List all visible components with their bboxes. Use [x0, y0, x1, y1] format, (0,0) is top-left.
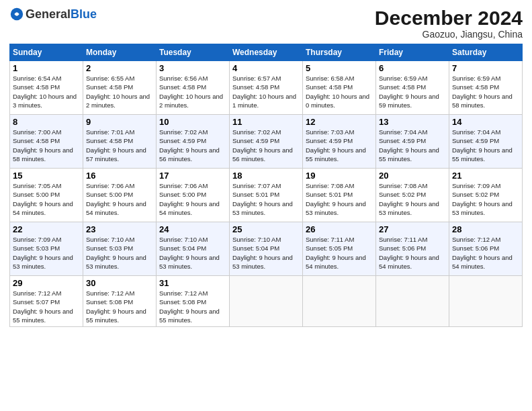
day-number: 11 — [232, 117, 300, 127]
calendar-cell: 21 Sunrise: 7:09 AMSunset: 5:02 PMDaylig… — [449, 169, 523, 222]
calendar-cell: 7 Sunrise: 6:59 AMSunset: 4:58 PMDayligh… — [449, 61, 523, 115]
day-number: 2 — [86, 63, 153, 73]
day-info: Sunrise: 7:08 AMSunset: 5:02 PMDaylight:… — [379, 182, 439, 216]
day-number: 5 — [306, 63, 373, 73]
weekday-header-thursday: Thursday — [303, 44, 376, 61]
logo: GeneralBlue — [9, 7, 97, 21]
calendar-cell: 5 Sunrise: 6:58 AMSunset: 4:58 PMDayligh… — [303, 61, 376, 115]
day-info: Sunrise: 6:59 AMSunset: 4:58 PMDaylight:… — [452, 75, 513, 109]
weekday-header-saturday: Saturday — [449, 44, 523, 61]
calendar-cell — [230, 276, 303, 327]
calendar-cell: 31 Sunrise: 7:12 AMSunset: 5:08 PMDaylig… — [157, 276, 230, 327]
day-info: Sunrise: 7:07 AMSunset: 5:01 PMDaylight:… — [232, 182, 293, 216]
day-number: 23 — [86, 224, 153, 234]
day-info: Sunrise: 6:56 AMSunset: 4:58 PMDaylight:… — [159, 75, 223, 109]
calendar-cell: 11 Sunrise: 7:02 AMSunset: 4:59 PMDaylig… — [230, 115, 303, 169]
day-info: Sunrise: 7:10 AMSunset: 5:04 PMDaylight:… — [159, 236, 220, 270]
day-number: 18 — [232, 171, 300, 181]
calendar-cell: 1 Sunrise: 6:54 AMSunset: 4:58 PMDayligh… — [10, 61, 83, 115]
day-number: 29 — [13, 278, 80, 288]
day-number: 14 — [452, 117, 519, 127]
day-number: 31 — [159, 278, 226, 288]
day-number: 13 — [379, 117, 446, 127]
calendar-cell: 15 Sunrise: 7:05 AMSunset: 5:00 PMDaylig… — [10, 169, 83, 222]
day-number: 1 — [13, 63, 80, 73]
calendar-cell: 28 Sunrise: 7:12 AMSunset: 5:06 PMDaylig… — [449, 222, 523, 276]
calendar-week-5: 29 Sunrise: 7:12 AMSunset: 5:07 PMDaylig… — [10, 276, 523, 327]
calendar-week-3: 15 Sunrise: 7:05 AMSunset: 5:00 PMDaylig… — [10, 169, 523, 222]
day-number: 4 — [232, 63, 300, 73]
day-info: Sunrise: 6:55 AMSunset: 4:58 PMDaylight:… — [86, 75, 150, 109]
calendar-cell: 6 Sunrise: 6:59 AMSunset: 4:58 PMDayligh… — [376, 61, 449, 115]
day-number: 15 — [13, 171, 80, 181]
calendar-week-2: 8 Sunrise: 7:00 AMSunset: 4:58 PMDayligh… — [10, 115, 523, 169]
calendar-cell: 16 Sunrise: 7:06 AMSunset: 5:00 PMDaylig… — [83, 169, 157, 222]
day-info: Sunrise: 7:09 AMSunset: 5:03 PMDaylight:… — [13, 236, 73, 270]
day-info: Sunrise: 7:10 AMSunset: 5:04 PMDaylight:… — [232, 236, 293, 270]
calendar-cell: 18 Sunrise: 7:07 AMSunset: 5:01 PMDaylig… — [230, 169, 303, 222]
day-info: Sunrise: 7:06 AMSunset: 5:00 PMDaylight:… — [159, 182, 220, 216]
day-number: 25 — [232, 224, 300, 234]
calendar-cell — [449, 276, 523, 327]
day-info: Sunrise: 7:01 AMSunset: 4:58 PMDaylight:… — [86, 128, 146, 163]
day-number: 17 — [159, 171, 226, 181]
location: Gaozuo, Jiangsu, China — [375, 29, 523, 40]
calendar: SundayMondayTuesdayWednesdayThursdayFrid… — [9, 44, 523, 327]
calendar-week-1: 1 Sunrise: 6:54 AMSunset: 4:58 PMDayligh… — [10, 61, 523, 115]
calendar-cell: 10 Sunrise: 7:02 AMSunset: 4:59 PMDaylig… — [157, 115, 230, 169]
day-number: 10 — [159, 117, 226, 127]
weekday-header-monday: Monday — [83, 44, 157, 61]
day-number: 20 — [379, 171, 446, 181]
day-number: 7 — [452, 63, 519, 73]
day-number: 16 — [86, 171, 153, 181]
day-info: Sunrise: 7:02 AMSunset: 4:59 PMDaylight:… — [232, 128, 293, 163]
calendar-cell: 19 Sunrise: 7:08 AMSunset: 5:01 PMDaylig… — [303, 169, 376, 222]
day-number: 27 — [379, 224, 446, 234]
day-info: Sunrise: 7:03 AMSunset: 4:59 PMDaylight:… — [306, 128, 366, 163]
calendar-cell: 20 Sunrise: 7:08 AMSunset: 5:02 PMDaylig… — [376, 169, 449, 222]
header: GeneralBlue December 2024 Gaozuo, Jiangs… — [9, 7, 523, 40]
weekday-header-wednesday: Wednesday — [230, 44, 303, 61]
day-info: Sunrise: 7:12 AMSunset: 5:08 PMDaylight:… — [159, 289, 220, 324]
day-number: 9 — [86, 117, 153, 127]
day-info: Sunrise: 7:12 AMSunset: 5:07 PMDaylight:… — [13, 289, 73, 324]
day-info: Sunrise: 7:08 AMSunset: 5:01 PMDaylight:… — [306, 182, 366, 216]
day-info: Sunrise: 7:11 AMSunset: 5:05 PMDaylight:… — [306, 236, 366, 270]
calendar-cell: 17 Sunrise: 7:06 AMSunset: 5:00 PMDaylig… — [157, 169, 230, 222]
calendar-cell: 13 Sunrise: 7:04 AMSunset: 4:59 PMDaylig… — [376, 115, 449, 169]
calendar-cell: 27 Sunrise: 7:11 AMSunset: 5:06 PMDaylig… — [376, 222, 449, 276]
day-info: Sunrise: 7:09 AMSunset: 5:02 PMDaylight:… — [452, 182, 513, 216]
month-title: December 2024 — [375, 7, 523, 29]
day-info: Sunrise: 7:05 AMSunset: 5:00 PMDaylight:… — [13, 182, 73, 216]
calendar-cell: 26 Sunrise: 7:11 AMSunset: 5:05 PMDaylig… — [303, 222, 376, 276]
day-number: 26 — [306, 224, 373, 234]
day-info: Sunrise: 6:58 AMSunset: 4:58 PMDaylight:… — [306, 75, 369, 109]
day-number: 28 — [452, 224, 519, 234]
calendar-cell: 9 Sunrise: 7:01 AMSunset: 4:58 PMDayligh… — [83, 115, 157, 169]
calendar-cell: 2 Sunrise: 6:55 AMSunset: 4:58 PMDayligh… — [83, 61, 157, 115]
calendar-cell — [376, 276, 449, 327]
weekday-header-friday: Friday — [376, 44, 449, 61]
day-number: 21 — [452, 171, 519, 181]
calendar-cell: 22 Sunrise: 7:09 AMSunset: 5:03 PMDaylig… — [10, 222, 83, 276]
weekday-header-sunday: Sunday — [10, 44, 83, 61]
day-info: Sunrise: 6:59 AMSunset: 4:58 PMDaylight:… — [379, 75, 439, 109]
calendar-cell: 4 Sunrise: 6:57 AMSunset: 4:58 PMDayligh… — [230, 61, 303, 115]
day-info: Sunrise: 7:12 AMSunset: 5:06 PMDaylight:… — [452, 236, 513, 270]
day-info: Sunrise: 7:04 AMSunset: 4:59 PMDaylight:… — [379, 128, 439, 163]
day-number: 12 — [306, 117, 373, 127]
logo-icon — [9, 7, 24, 21]
day-info: Sunrise: 7:04 AMSunset: 4:59 PMDaylight:… — [452, 128, 513, 163]
day-info: Sunrise: 6:54 AMSunset: 4:58 PMDaylight:… — [13, 75, 77, 109]
page: GeneralBlue December 2024 Gaozuo, Jiangs… — [0, 0, 532, 411]
logo-general-text: General — [26, 7, 71, 21]
day-number: 19 — [306, 171, 373, 181]
day-number: 3 — [159, 63, 226, 73]
calendar-cell: 30 Sunrise: 7:12 AMSunset: 5:08 PMDaylig… — [83, 276, 157, 327]
weekday-header-row: SundayMondayTuesdayWednesdayThursdayFrid… — [10, 44, 523, 61]
day-number: 30 — [86, 278, 153, 288]
calendar-cell: 3 Sunrise: 6:56 AMSunset: 4:58 PMDayligh… — [157, 61, 230, 115]
day-info: Sunrise: 7:06 AMSunset: 5:00 PMDaylight:… — [86, 182, 146, 216]
day-info: Sunrise: 7:12 AMSunset: 5:08 PMDaylight:… — [86, 289, 146, 324]
day-number: 6 — [379, 63, 446, 73]
